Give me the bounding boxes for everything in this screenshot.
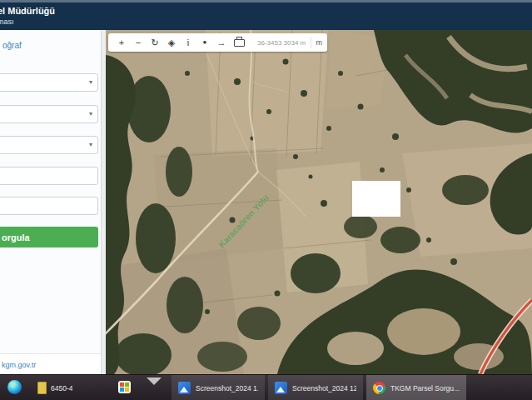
measure-arrow-icon[interactable]: → — [213, 33, 230, 52]
block-input[interactable] — [0, 167, 98, 185]
chevron-down-icon: ▾ — [89, 78, 92, 88]
window-title: TKGM Parsel Sorgu... — [390, 384, 460, 392]
app-title: el Müdürlüğü — [0, 6, 55, 16]
map-toolbar: + − ↻ ◈ i ● → 36-3453 3034 m m — [108, 33, 327, 52]
chrome-window-button[interactable]: TKGM Parsel Sorgu... — [366, 375, 466, 400]
window-title: Screenshot_2024 12... — [292, 384, 356, 392]
app-header: el Müdürlüğü ması — [0, 0, 532, 30]
zoom-out-icon[interactable]: − — [130, 33, 147, 52]
unit-button[interactable]: m — [316, 38, 323, 47]
microsoft-store-icon — [118, 381, 131, 393]
chevron-down-icon: ▾ — [89, 140, 92, 150]
parcel-input[interactable] — [0, 197, 98, 215]
query-button[interactable]: orgula — [0, 227, 98, 248]
section-link[interactable]: oğraf — [2, 41, 22, 50]
print-icon[interactable] — [234, 39, 245, 47]
app-subtitle: ması — [0, 18, 14, 26]
screenshot-window-button-2[interactable]: Screenshot_2024 12... — [268, 375, 363, 400]
query-form-panel: oğraf ▾ ▾ ▾ orgula kgm.gov.tr — [0, 30, 102, 374]
satellite-map[interactable]: Karacaören Yolu — [106, 30, 532, 374]
blank-parcel-overlay — [352, 181, 400, 217]
screenshot-window-button-1[interactable]: Screenshot_2024 1... — [172, 375, 265, 400]
chevron-down-icon: ▾ — [89, 109, 92, 119]
refresh-extent-icon[interactable]: ↻ — [147, 33, 163, 52]
sidebar-footer: kgm.gov.tr — [0, 353, 101, 375]
notes-label: 6450-4 — [51, 384, 72, 392]
zoom-in-icon[interactable]: + — [113, 33, 130, 52]
info-pin-icon[interactable]: i — [180, 33, 196, 52]
province-select[interactable]: ▾ — [0, 73, 98, 92]
map-container: Karacaören Yolu + − ↻ ◈ i ● → 36-3453 30… — [106, 30, 532, 374]
edge-icon[interactable] — [7, 380, 22, 394]
notes-taskbar-button[interactable]: 6450-4 — [30, 375, 80, 400]
chrome-icon — [373, 382, 385, 394]
footer-link[interactable]: kgm.gov.tr — [2, 361, 36, 369]
windows-taskbar: 6450-4 Screenshot_2024 1... Screenshot_2… — [0, 374, 532, 400]
window-title: Screenshot_2024 1... — [196, 384, 258, 392]
photos-icon — [275, 382, 287, 394]
district-select[interactable]: ▾ — [0, 105, 98, 123]
map-scale-text: 36-3453 3034 m — [257, 39, 306, 47]
neighborhood-select[interactable]: ▾ — [0, 136, 98, 154]
photos-icon — [178, 382, 191, 394]
header-top-strip — [0, 0, 532, 2]
store-taskbar-button[interactable] — [118, 381, 131, 393]
query-sidebar: oğraf ▾ ▾ ▾ orgula kgm.gov.tr — [0, 30, 106, 374]
locate-target-icon[interactable]: ◈ — [163, 33, 180, 52]
sticky-note-icon — [37, 382, 47, 394]
draw-point-icon[interactable]: ● — [196, 33, 213, 52]
